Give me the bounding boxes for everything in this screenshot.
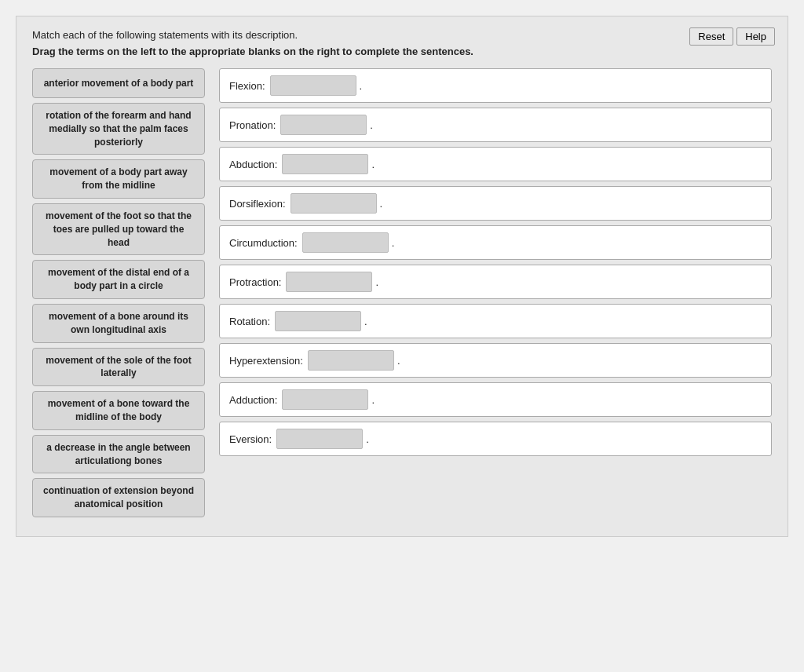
top-buttons: Reset Help: [689, 27, 775, 46]
row-protraction-blank[interactable]: [286, 272, 372, 292]
term-9[interactable]: a decrease in the angle between articula…: [32, 435, 205, 474]
row-dorsiflexion-blank[interactable]: [291, 193, 377, 214]
row-adduction-label: Adduction:: [229, 394, 277, 406]
row-pronation-dot: .: [370, 119, 373, 131]
content-area: anterior movement of a body partrotation…: [32, 68, 772, 517]
row-eversion: Eversion:.: [219, 422, 772, 456]
term-1[interactable]: anterior movement of a body part: [32, 68, 205, 98]
row-adduction-dot: .: [371, 394, 375, 406]
row-dorsiflexion: Dorsiflexion:.: [219, 186, 772, 221]
row-abduction: Abduction:.: [219, 147, 772, 181]
row-rotation-blank[interactable]: [275, 311, 361, 331]
row-circumduction: Circumduction:.: [219, 225, 772, 260]
row-pronation: Pronation:.: [219, 108, 772, 142]
row-abduction-blank[interactable]: [282, 154, 368, 174]
row-flexion-label: Flexion:: [229, 80, 265, 92]
term-5[interactable]: movement of the distal end of a body par…: [32, 260, 205, 299]
term-3[interactable]: movement of a body part away from the mi…: [32, 159, 205, 199]
main-container: Reset Help Match each of the following s…: [16, 16, 788, 537]
term-6[interactable]: movement of a bone around its own longit…: [32, 304, 205, 343]
row-abduction-dot: .: [371, 159, 375, 170]
row-hyperextension-label: Hyperextension:: [229, 355, 303, 367]
row-hyperextension-blank[interactable]: [308, 350, 394, 371]
row-hyperextension-dot: .: [397, 355, 400, 367]
row-flexion-dot: .: [360, 80, 363, 92]
row-dorsiflexion-dot: .: [380, 198, 383, 210]
row-eversion-dot: .: [366, 433, 369, 445]
term-2[interactable]: rotation of the forearm and hand mediall…: [32, 103, 205, 155]
row-eversion-label: Eversion:: [229, 433, 272, 445]
row-circumduction-dot: .: [392, 237, 395, 249]
row-flexion-blank[interactable]: [270, 75, 356, 96]
help-button[interactable]: Help: [736, 27, 775, 46]
term-8[interactable]: movement of a bone toward the midline of…: [32, 391, 205, 430]
left-panel: anterior movement of a body partrotation…: [32, 68, 205, 517]
reset-button[interactable]: Reset: [689, 27, 733, 46]
row-dorsiflexion-label: Dorsiflexion:: [229, 198, 286, 210]
row-protraction-dot: .: [375, 276, 378, 288]
row-eversion-blank[interactable]: [276, 429, 363, 449]
term-10[interactable]: continuation of extension beyond anatomi…: [32, 478, 205, 517]
row-hyperextension: Hyperextension:.: [219, 343, 772, 378]
row-abduction-label: Abduction:: [229, 159, 277, 170]
row-adduction-blank[interactable]: [282, 389, 368, 410]
row-adduction: Adduction:.: [219, 382, 772, 417]
row-flexion: Flexion:.: [219, 68, 772, 103]
term-4[interactable]: movement of the foot so that the toes ar…: [32, 203, 205, 255]
row-rotation-label: Rotation:: [229, 316, 270, 327]
row-pronation-blank[interactable]: [280, 115, 367, 135]
row-protraction: Protraction:.: [219, 265, 772, 299]
row-pronation-label: Pronation:: [229, 119, 276, 131]
instructions-line2: Drag the terms on the left to the approp…: [32, 46, 772, 57]
row-circumduction-label: Circumduction:: [229, 237, 298, 249]
row-protraction-label: Protraction:: [229, 276, 281, 288]
term-7[interactable]: movement of the sole of the foot lateral…: [32, 348, 205, 387]
row-rotation-dot: .: [364, 316, 367, 327]
instructions-line1: Match each of the following statements w…: [32, 29, 772, 41]
right-panel: Flexion:.Pronation:.Abduction:.Dorsiflex…: [219, 68, 772, 517]
row-rotation: Rotation:.: [219, 304, 772, 338]
row-circumduction-blank[interactable]: [302, 232, 389, 253]
